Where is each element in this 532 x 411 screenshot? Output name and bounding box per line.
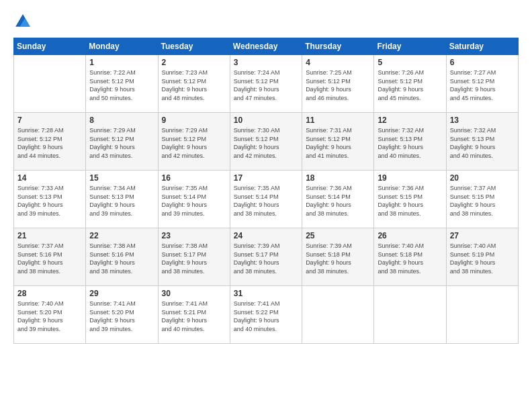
day-number: 8 <box>89 116 154 125</box>
day-info: Sunrise: 7:26 AM Sunset: 5:12 PM Dayligh… <box>378 68 442 102</box>
weekday-header-monday: Monday <box>86 38 158 55</box>
calendar-cell: 9Sunrise: 7:29 AM Sunset: 5:12 PM Daylig… <box>158 113 230 171</box>
calendar-cell <box>374 286 446 344</box>
calendar-cell: 14Sunrise: 7:33 AM Sunset: 5:13 PM Dayli… <box>14 171 86 228</box>
day-info: Sunrise: 7:28 AM Sunset: 5:12 PM Dayligh… <box>17 126 82 160</box>
day-info: Sunrise: 7:36 AM Sunset: 5:14 PM Dayligh… <box>306 184 370 218</box>
week-row-3: 14Sunrise: 7:33 AM Sunset: 5:13 PM Dayli… <box>14 171 519 228</box>
calendar-cell <box>14 55 86 113</box>
calendar-cell: 2Sunrise: 7:23 AM Sunset: 5:12 PM Daylig… <box>158 55 230 113</box>
calendar-cell: 29Sunrise: 7:41 AM Sunset: 5:20 PM Dayli… <box>86 286 158 344</box>
calendar-cell: 1Sunrise: 7:22 AM Sunset: 5:12 PM Daylig… <box>86 55 158 113</box>
day-info: Sunrise: 7:38 AM Sunset: 5:17 PM Dayligh… <box>162 242 226 275</box>
calendar-cell: 23Sunrise: 7:38 AM Sunset: 5:17 PM Dayli… <box>158 228 230 286</box>
day-number: 20 <box>450 173 515 183</box>
day-info: Sunrise: 7:23 AM Sunset: 5:12 PM Dayligh… <box>162 68 226 102</box>
day-number: 31 <box>234 289 298 298</box>
day-number: 25 <box>306 231 370 240</box>
calendar-cell: 22Sunrise: 7:38 AM Sunset: 5:16 PM Dayli… <box>86 228 158 286</box>
calendar-cell: 15Sunrise: 7:34 AM Sunset: 5:13 PM Dayli… <box>86 171 158 228</box>
weekday-header-friday: Friday <box>374 38 446 55</box>
day-info: Sunrise: 7:36 AM Sunset: 5:15 PM Dayligh… <box>378 184 442 218</box>
day-number: 7 <box>17 116 82 125</box>
day-info: Sunrise: 7:29 AM Sunset: 5:12 PM Dayligh… <box>89 126 154 160</box>
calendar-cell: 6Sunrise: 7:27 AM Sunset: 5:12 PM Daylig… <box>446 55 518 113</box>
calendar-cell: 11Sunrise: 7:31 AM Sunset: 5:12 PM Dayli… <box>302 113 374 171</box>
day-info: Sunrise: 7:25 AM Sunset: 5:12 PM Dayligh… <box>306 68 370 102</box>
day-info: Sunrise: 7:41 AM Sunset: 5:22 PM Dayligh… <box>234 300 298 333</box>
week-row-5: 28Sunrise: 7:40 AM Sunset: 5:20 PM Dayli… <box>14 286 519 344</box>
day-info: Sunrise: 7:29 AM Sunset: 5:12 PM Dayligh… <box>162 126 226 160</box>
calendar-cell: 26Sunrise: 7:40 AM Sunset: 5:18 PM Dayli… <box>374 228 446 286</box>
calendar-cell <box>302 286 374 344</box>
week-row-4: 21Sunrise: 7:37 AM Sunset: 5:16 PM Dayli… <box>14 228 519 286</box>
calendar-cell: 21Sunrise: 7:37 AM Sunset: 5:16 PM Dayli… <box>14 228 86 286</box>
day-number: 15 <box>89 173 154 183</box>
calendar-cell: 30Sunrise: 7:41 AM Sunset: 5:21 PM Dayli… <box>158 286 230 344</box>
day-number: 13 <box>450 116 515 125</box>
calendar-cell: 25Sunrise: 7:39 AM Sunset: 5:18 PM Dayli… <box>302 228 374 286</box>
day-number: 17 <box>234 173 298 183</box>
calendar-cell: 3Sunrise: 7:24 AM Sunset: 5:12 PM Daylig… <box>230 55 302 113</box>
calendar-cell: 12Sunrise: 7:32 AM Sunset: 5:13 PM Dayli… <box>374 113 446 171</box>
weekday-header-tuesday: Tuesday <box>158 38 230 55</box>
day-number: 29 <box>89 289 154 298</box>
day-info: Sunrise: 7:37 AM Sunset: 5:15 PM Dayligh… <box>450 184 515 218</box>
day-info: Sunrise: 7:39 AM Sunset: 5:17 PM Dayligh… <box>234 242 298 275</box>
day-number: 28 <box>17 289 82 298</box>
day-number: 30 <box>162 289 226 298</box>
day-info: Sunrise: 7:35 AM Sunset: 5:14 PM Dayligh… <box>234 184 298 218</box>
calendar-cell: 24Sunrise: 7:39 AM Sunset: 5:17 PM Dayli… <box>230 228 302 286</box>
day-info: Sunrise: 7:41 AM Sunset: 5:20 PM Dayligh… <box>89 300 154 333</box>
day-number: 27 <box>450 231 515 240</box>
day-number: 26 <box>378 231 442 240</box>
logo-icon <box>13 12 32 31</box>
day-number: 18 <box>306 173 370 183</box>
logo <box>13 12 35 31</box>
day-number: 21 <box>17 231 82 240</box>
calendar-cell: 28Sunrise: 7:40 AM Sunset: 5:20 PM Dayli… <box>14 286 86 344</box>
day-number: 1 <box>89 58 154 67</box>
day-info: Sunrise: 7:32 AM Sunset: 5:13 PM Dayligh… <box>450 126 515 160</box>
calendar-cell: 7Sunrise: 7:28 AM Sunset: 5:12 PM Daylig… <box>14 113 86 171</box>
day-info: Sunrise: 7:32 AM Sunset: 5:13 PM Dayligh… <box>378 126 442 160</box>
day-info: Sunrise: 7:37 AM Sunset: 5:16 PM Dayligh… <box>17 242 82 275</box>
calendar-cell: 5Sunrise: 7:26 AM Sunset: 5:12 PM Daylig… <box>374 55 446 113</box>
day-number: 12 <box>378 116 442 125</box>
day-info: Sunrise: 7:40 AM Sunset: 5:19 PM Dayligh… <box>450 242 515 275</box>
weekday-header-row: SundayMondayTuesdayWednesdayThursdayFrid… <box>14 38 519 55</box>
day-info: Sunrise: 7:22 AM Sunset: 5:12 PM Dayligh… <box>89 68 154 102</box>
calendar-cell: 8Sunrise: 7:29 AM Sunset: 5:12 PM Daylig… <box>86 113 158 171</box>
calendar-cell <box>446 286 518 344</box>
day-number: 2 <box>162 58 226 67</box>
day-info: Sunrise: 7:41 AM Sunset: 5:21 PM Dayligh… <box>162 300 226 333</box>
day-number: 22 <box>89 231 154 240</box>
weekday-header-saturday: Saturday <box>446 38 518 55</box>
week-row-1: 1Sunrise: 7:22 AM Sunset: 5:12 PM Daylig… <box>14 55 519 113</box>
day-number: 24 <box>234 231 298 240</box>
calendar-cell: 20Sunrise: 7:37 AM Sunset: 5:15 PM Dayli… <box>446 171 518 228</box>
day-info: Sunrise: 7:39 AM Sunset: 5:18 PM Dayligh… <box>306 242 370 275</box>
calendar-cell: 19Sunrise: 7:36 AM Sunset: 5:15 PM Dayli… <box>374 171 446 228</box>
weekday-header-sunday: Sunday <box>14 38 86 55</box>
day-info: Sunrise: 7:33 AM Sunset: 5:13 PM Dayligh… <box>17 184 82 218</box>
day-info: Sunrise: 7:31 AM Sunset: 5:12 PM Dayligh… <box>306 126 370 160</box>
calendar: SundayMondayTuesdayWednesdayThursdayFrid… <box>13 38 519 344</box>
day-number: 4 <box>306 58 370 67</box>
day-number: 6 <box>450 58 515 67</box>
calendar-cell: 31Sunrise: 7:41 AM Sunset: 5:22 PM Dayli… <box>230 286 302 344</box>
day-info: Sunrise: 7:34 AM Sunset: 5:13 PM Dayligh… <box>89 184 154 218</box>
day-number: 11 <box>306 116 370 125</box>
week-row-2: 7Sunrise: 7:28 AM Sunset: 5:12 PM Daylig… <box>14 113 519 171</box>
calendar-cell: 10Sunrise: 7:30 AM Sunset: 5:12 PM Dayli… <box>230 113 302 171</box>
day-info: Sunrise: 7:24 AM Sunset: 5:12 PM Dayligh… <box>234 68 298 102</box>
calendar-cell: 17Sunrise: 7:35 AM Sunset: 5:14 PM Dayli… <box>230 171 302 228</box>
day-number: 5 <box>378 58 442 67</box>
header <box>13 12 519 31</box>
calendar-cell: 13Sunrise: 7:32 AM Sunset: 5:13 PM Dayli… <box>446 113 518 171</box>
day-info: Sunrise: 7:27 AM Sunset: 5:12 PM Dayligh… <box>450 68 515 102</box>
calendar-cell: 4Sunrise: 7:25 AM Sunset: 5:12 PM Daylig… <box>302 55 374 113</box>
day-number: 23 <box>162 231 226 240</box>
weekday-header-wednesday: Wednesday <box>230 38 302 55</box>
day-number: 16 <box>162 173 226 183</box>
